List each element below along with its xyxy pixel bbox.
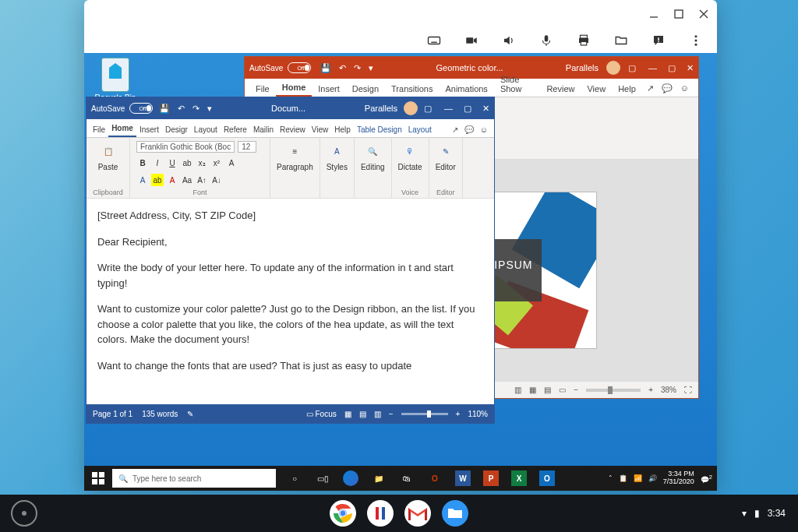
close-button[interactable]: ✕ — [482, 104, 489, 114]
qat-dropdown-icon[interactable]: ▾ — [369, 63, 373, 73]
tab-review[interactable]: Review — [540, 81, 581, 97]
spell-check-icon[interactable]: ✎ — [187, 410, 193, 418]
clock[interactable]: 3:34 PM 7/31/2020 — [663, 470, 694, 486]
tab-home[interactable]: Home — [108, 121, 136, 137]
powerpoint-titlebar[interactable]: AutoSave Off 💾 ↶ ↷ ▾ Geometric color... … — [245, 57, 698, 79]
italic-button[interactable]: I — [151, 157, 164, 170]
read-mode-icon[interactable]: ▦ — [344, 410, 351, 418]
files-icon[interactable] — [442, 500, 468, 527]
maximize-button[interactable]: ▢ — [668, 63, 676, 73]
edge-icon[interactable] — [337, 466, 365, 491]
volume-icon[interactable] — [502, 33, 516, 48]
tab-design[interactable]: Desigr — [162, 122, 191, 137]
undo-icon[interactable]: ↶ — [178, 104, 185, 114]
tab-review[interactable]: Review — [277, 122, 309, 137]
word-count[interactable]: 135 words — [142, 410, 178, 418]
qat-dropdown-icon[interactable]: ▾ — [207, 104, 212, 114]
bold-button[interactable]: B — [136, 157, 149, 170]
highlight-button[interactable]: ab — [151, 174, 164, 186]
tab-layout[interactable]: Layout — [191, 122, 221, 137]
tab-layout-2[interactable]: Layout — [405, 122, 435, 137]
tab-slide-show[interactable]: Slide Show — [494, 72, 541, 97]
shelf-status[interactable]: ▾ ▮ 3:34 — [742, 508, 798, 519]
strike-button[interactable]: ab — [181, 157, 193, 170]
parallels-icon[interactable] — [367, 500, 394, 527]
tab-mailings[interactable]: Mailin — [250, 122, 277, 137]
font-color-2-button[interactable]: A — [166, 174, 178, 186]
normal-view-icon[interactable]: ▦ — [529, 386, 536, 394]
comments-icon[interactable]: 💬 — [464, 125, 474, 134]
tab-file[interactable]: File — [90, 122, 108, 137]
comments-icon[interactable]: 💬 — [662, 83, 673, 93]
word-icon[interactable]: W — [449, 466, 477, 491]
search-box[interactable]: 🔍 Type here to search — [112, 469, 276, 488]
paste-button[interactable]: 📋Paste — [98, 141, 118, 171]
zoom-in-button[interactable]: + — [456, 410, 461, 418]
zoom-in-button[interactable]: + — [648, 386, 653, 394]
tab-design[interactable]: Design — [346, 81, 385, 97]
folder-icon[interactable] — [614, 33, 628, 48]
recycle-bin-icon[interactable]: Recycle Bin — [92, 58, 139, 102]
keyboard-icon[interactable] — [427, 33, 441, 48]
powerpoint-icon[interactable]: P — [477, 466, 505, 491]
paragraph-button[interactable]: ≡Paragraph — [277, 141, 313, 171]
slide-sorter-icon[interactable]: ▤ — [544, 386, 551, 394]
minimize-button[interactable]: — — [444, 104, 453, 114]
fit-to-window-icon[interactable]: ⛶ — [684, 386, 692, 394]
notes-view-icon[interactable]: ▥ — [514, 386, 521, 394]
tab-help[interactable]: Help — [612, 81, 642, 97]
task-view-icon[interactable]: ▭▯ — [309, 466, 337, 491]
subscript-button[interactable]: x₂ — [196, 157, 208, 170]
tab-transitions[interactable]: Transitions — [385, 81, 439, 97]
avatar[interactable] — [404, 101, 418, 115]
superscript-button[interactable]: x² — [210, 157, 223, 170]
tab-view[interactable]: View — [309, 122, 332, 137]
excel-icon[interactable]: X — [505, 466, 533, 491]
focus-mode-button[interactable]: ▭ Focus — [306, 410, 337, 418]
word-document-body[interactable]: [Street Address, City, ST ZIP Code] Dear… — [87, 199, 494, 404]
gmail-icon[interactable] — [404, 500, 431, 527]
tray-up-icon[interactable]: ˄ — [609, 474, 613, 482]
close-button[interactable] — [698, 9, 709, 19]
share-icon[interactable]: ↗ — [452, 125, 458, 134]
save-icon[interactable]: 💾 — [320, 63, 331, 73]
print-layout-icon[interactable]: ▤ — [359, 410, 366, 418]
tab-file[interactable]: File — [249, 81, 276, 97]
zoom-slider[interactable] — [401, 413, 448, 415]
tab-references[interactable]: Refere — [221, 122, 250, 137]
tab-insert[interactable]: Insert — [136, 122, 162, 137]
store-icon[interactable]: 🛍 — [393, 466, 421, 491]
clipboard-icon[interactable]: 📋 — [619, 474, 627, 482]
file-explorer-icon[interactable]: 📁 — [365, 466, 393, 491]
zoom-level[interactable]: 38% — [661, 386, 676, 394]
page-indicator[interactable]: Page 1 of 1 — [93, 410, 132, 418]
ribbon-display-icon[interactable]: ▢ — [424, 104, 432, 114]
zoom-out-button[interactable]: − — [389, 410, 394, 418]
wifi-icon[interactable]: 📶 — [634, 474, 642, 482]
mic-icon[interactable] — [539, 33, 553, 48]
redo-icon[interactable]: ↷ — [354, 63, 361, 73]
avatar[interactable] — [606, 61, 620, 75]
font-color-button[interactable]: A — [136, 174, 149, 186]
office-icon[interactable]: O — [421, 466, 449, 491]
close-button[interactable]: ✕ — [687, 63, 694, 73]
undo-icon[interactable]: ↶ — [339, 63, 346, 73]
tab-table-design[interactable]: Table Design — [354, 122, 405, 137]
maximize-button[interactable] — [673, 9, 684, 19]
autosave-toggle[interactable]: AutoSave Off — [91, 103, 153, 114]
smiley-icon[interactable]: ☺ — [680, 83, 689, 93]
minimize-button[interactable]: — — [648, 63, 657, 73]
autosave-toggle[interactable]: AutoSave Off — [249, 62, 311, 73]
font-size-select[interactable]: 12 — [238, 141, 256, 153]
notifications-icon[interactable]: 💬2 — [701, 474, 712, 484]
video-icon[interactable] — [464, 33, 478, 48]
zoom-out-button[interactable]: − — [574, 386, 578, 394]
styles-button[interactable]: AStyles — [327, 141, 348, 171]
outlook-icon[interactable]: O — [533, 466, 561, 491]
account-name[interactable]: Parallels — [365, 104, 397, 113]
tab-insert[interactable]: Insert — [312, 81, 346, 97]
chrome-icon[interactable] — [330, 500, 356, 527]
change-case-button[interactable]: Aa — [181, 174, 193, 186]
sound-icon[interactable]: 🔊 — [648, 474, 657, 482]
start-button[interactable] — [84, 466, 112, 491]
